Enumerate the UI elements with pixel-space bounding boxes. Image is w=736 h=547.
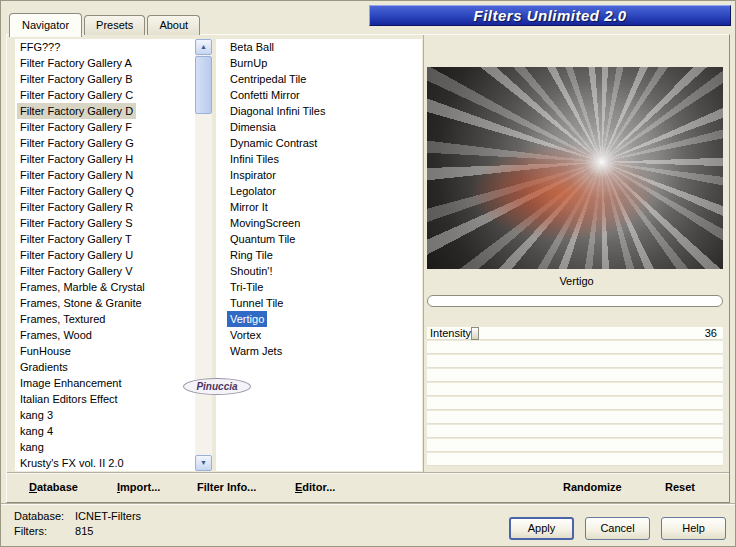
navigator-tab-page: FFG???Filter Factory Gallery AFilter Fac…	[6, 34, 730, 503]
list-item[interactable]: Quantum Tile	[227, 231, 298, 247]
scroll-up-icon[interactable]: ▲	[195, 39, 212, 55]
list-item[interactable]: Tri-Tile	[227, 279, 266, 295]
database-status-value: ICNET-Filters	[75, 510, 141, 522]
list-item[interactable]: Filter Factory Gallery S	[17, 215, 135, 231]
database-button[interactable]: Database	[29, 473, 78, 502]
empty-slider-row	[427, 453, 723, 466]
list-item[interactable]: Filter Factory Gallery A	[17, 55, 135, 71]
empty-slider-row	[427, 369, 723, 382]
slider-value: 36	[705, 327, 717, 340]
list-item[interactable]: Filter Factory Gallery F	[17, 119, 135, 135]
list-item[interactable]: Vertigo	[227, 311, 267, 327]
list-item[interactable]: Filter Factory Gallery D	[17, 103, 136, 119]
plugin-title-bar: Filters Unlimited 2.0	[369, 5, 731, 26]
list-item[interactable]: kang	[17, 439, 47, 455]
progress-bar	[427, 295, 723, 307]
empty-slider-row	[427, 341, 723, 354]
slider-row-intensity[interactable]: Intensity36	[427, 327, 723, 340]
selected-filter-name: Vertigo	[426, 275, 727, 287]
preview-panel: Vertigo Intensity36	[426, 39, 727, 471]
list-item[interactable]: Filter Factory Gallery Q	[17, 183, 137, 199]
import-button[interactable]: Import...	[117, 473, 160, 502]
randomize-button[interactable]: Randomize	[563, 473, 622, 502]
slider-thumb[interactable]	[471, 327, 479, 340]
list-item[interactable]: Tunnel Tile	[227, 295, 286, 311]
parameter-sliders: Intensity36	[427, 327, 723, 467]
empty-slider-row	[427, 425, 723, 438]
list-item[interactable]: Krusty's FX vol. II 2.0	[17, 455, 127, 471]
list-item[interactable]: kang 3	[17, 407, 56, 423]
list-item[interactable]: FunHouse	[17, 343, 74, 359]
filter-list: Beta BallBurnUpCentripedal TileConfetti …	[216, 39, 422, 471]
list-item[interactable]: Beta Ball	[227, 39, 277, 55]
bottom-toolbar: Database Import... Filter Info... Editor…	[7, 472, 729, 502]
list-item[interactable]: Ring Tile	[227, 247, 276, 263]
filters-count-label: Filters:	[14, 525, 72, 537]
tab-navigator[interactable]: Navigator	[9, 13, 82, 37]
list-item[interactable]: Vortex	[227, 327, 264, 343]
list-item[interactable]: Filter Factory Gallery B	[17, 71, 135, 87]
filters-unlimited-window: Navigator Presets About Filters Unlimite…	[0, 0, 736, 547]
list-item[interactable]: Image Enhancement	[17, 375, 125, 391]
list-item[interactable]: Filter Factory Gallery H	[17, 151, 136, 167]
tab-about[interactable]: About	[147, 15, 200, 35]
list-item[interactable]: Filter Factory Gallery V	[17, 263, 135, 279]
list-item[interactable]: Warm Jets	[227, 343, 285, 359]
category-list: FFG???Filter Factory Gallery AFilter Fac…	[15, 39, 195, 471]
list-item[interactable]: Filter Factory Gallery R	[17, 199, 136, 215]
list-item[interactable]: Filter Factory Gallery N	[17, 167, 136, 183]
list-item[interactable]: Diagonal Infini Tiles	[227, 103, 328, 119]
filter-preview-image	[427, 67, 723, 269]
reset-button[interactable]: Reset	[665, 473, 695, 502]
database-status-label: Database:	[14, 510, 72, 522]
panel-divider	[423, 35, 424, 472]
scroll-down-icon[interactable]: ▼	[195, 455, 212, 471]
list-item[interactable]: kang 4	[17, 423, 56, 439]
tab-presets[interactable]: Presets	[84, 15, 145, 35]
cancel-button[interactable]: Cancel	[585, 517, 650, 540]
empty-slider-row	[427, 397, 723, 410]
status-bar: Database: ICNET-Filters Filters: 815 App…	[1, 503, 735, 546]
tab-strip: Navigator Presets About	[9, 7, 202, 35]
list-item[interactable]: Filter Factory Gallery U	[17, 247, 136, 263]
list-item[interactable]: BurnUp	[227, 55, 270, 71]
list-item[interactable]: Centripedal Tile	[227, 71, 309, 87]
apply-button[interactable]: Apply	[509, 517, 574, 540]
list-item[interactable]: Frames, Stone & Granite	[17, 295, 145, 311]
watermark: Pinuccia	[183, 378, 251, 395]
list-item[interactable]: Infini Tiles	[227, 151, 282, 167]
list-item[interactable]: Inspirator	[227, 167, 279, 183]
list-item[interactable]: Filter Factory Gallery C	[17, 87, 136, 103]
list-item[interactable]: FFG???	[17, 39, 63, 55]
list-item[interactable]: Filter Factory Gallery G	[17, 135, 137, 151]
list-item[interactable]: Filter Factory Gallery T	[17, 231, 135, 247]
list-item[interactable]: Frames, Marble & Crystal	[17, 279, 148, 295]
empty-slider-row	[427, 355, 723, 368]
empty-slider-row	[427, 439, 723, 452]
list-item[interactable]: Confetti Mirror	[227, 87, 303, 103]
category-scrollbar[interactable]: ▲ ▼	[195, 39, 212, 471]
plugin-title: Filters Unlimited 2.0	[473, 7, 626, 24]
editor-button[interactable]: Editor...	[295, 473, 335, 502]
filter-info-button[interactable]: Filter Info...	[197, 473, 256, 502]
list-item[interactable]: Mirror It	[227, 199, 271, 215]
list-item[interactable]: Italian Editors Effect	[17, 391, 121, 407]
list-item[interactable]: MovingScreen	[227, 215, 303, 231]
list-item[interactable]: Frames, Wood	[17, 327, 95, 343]
empty-slider-row	[427, 411, 723, 424]
empty-slider-row	[427, 383, 723, 396]
database-status: Database: ICNET-Filters	[14, 510, 141, 522]
list-item[interactable]: Frames, Textured	[17, 311, 108, 327]
filters-count-status: Filters: 815	[14, 525, 93, 537]
list-item[interactable]: Gradients	[17, 359, 71, 375]
list-item[interactable]: Dynamic Contrast	[227, 135, 320, 151]
filters-count-value: 815	[75, 525, 93, 537]
scrollbar-thumb[interactable]	[195, 56, 212, 114]
list-item[interactable]: Legolator	[227, 183, 279, 199]
slider-label: Intensity	[430, 327, 471, 340]
list-item[interactable]: Dimensia	[227, 119, 279, 135]
list-item[interactable]: Shoutin'!	[227, 263, 275, 279]
help-button[interactable]: Help	[661, 517, 726, 540]
